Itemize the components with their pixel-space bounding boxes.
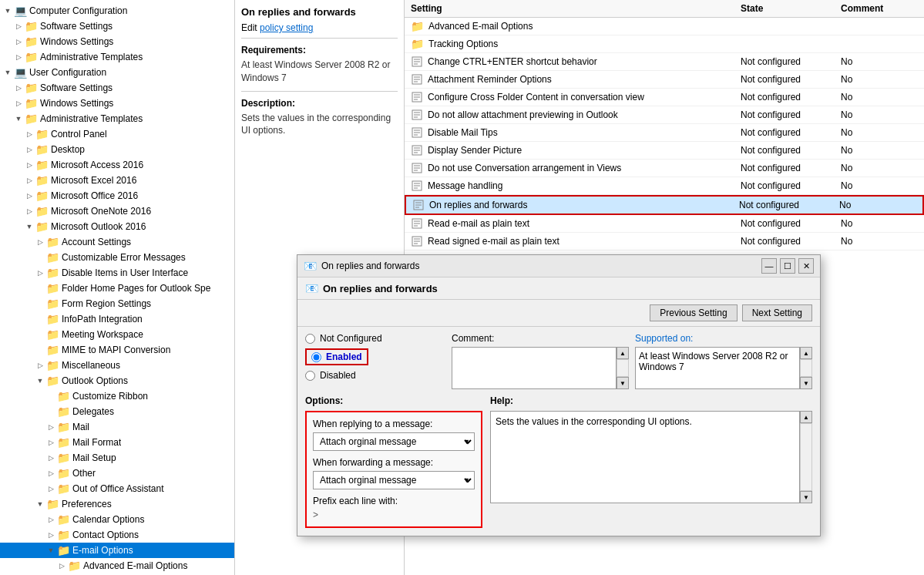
dialog-close-button[interactable]: ✕	[798, 258, 814, 274]
tree-item-mime-mapi[interactable]: 📁MIME to MAPI Conversion	[0, 342, 234, 358]
when-replying-select[interactable]: Attach orginal message	[313, 432, 475, 451]
tree-item-disable-items[interactable]: ▷📁Disable Items in User Interface	[0, 265, 234, 281]
tree-item-uc-software[interactable]: ▷📁Software Settings	[0, 80, 234, 96]
tree-item-infopath[interactable]: 📁InfoPath Integration	[0, 311, 234, 327]
dialog-minimize-button[interactable]: —	[761, 258, 777, 274]
tree-toggle-mail-setup[interactable]: ▷	[46, 453, 55, 462]
tree-toggle-email-options[interactable]: ▼	[46, 546, 55, 555]
help-scrollbar[interactable]: ▲ ▼	[800, 411, 812, 503]
settings-item-advanced-email-opts[interactable]: 📁Advanced E-mail Options	[405, 18, 924, 35]
tree-item-delegates[interactable]: 📁Delegates	[0, 404, 234, 419]
tree-toggle-mail[interactable]: ▷	[46, 422, 55, 432]
tree-toggle-account-settings[interactable]: ▷	[35, 237, 45, 247]
tree-item-ms-outlook[interactable]: ▼📁Microsoft Outlook 2016	[0, 219, 234, 234]
tree-toggle-disable-items[interactable]: ▷	[35, 268, 45, 277]
dialog-maximize-button[interactable]: ☐	[780, 258, 795, 274]
radio-disabled-input[interactable]	[305, 371, 315, 381]
help-scroll-up[interactable]: ▲	[800, 411, 812, 423]
tree-toggle-control-panel[interactable]: ▷	[25, 129, 34, 139]
settings-item-message-handling[interactable]: Message handlingNot configuredNo	[405, 177, 924, 195]
tree-toggle-cc-admin[interactable]: ▷	[14, 52, 23, 62]
tree-toggle-delegates[interactable]	[46, 407, 55, 416]
tree-toggle-ms-onenote[interactable]: ▷	[25, 207, 34, 216]
tree-toggle-cc-software[interactable]: ▷	[14, 22, 23, 31]
tree-item-ms-access[interactable]: ▷📁Microsoft Access 2016	[0, 157, 234, 173]
tree-toggle-mail-format[interactable]: ▷	[46, 438, 55, 447]
tree-toggle-uc-windows[interactable]: ▷	[14, 99, 23, 108]
tree-item-other[interactable]: ▷📁Other	[0, 466, 234, 481]
radio-disabled[interactable]: Disabled	[305, 370, 444, 381]
comment-scroll-down[interactable]: ▼	[617, 377, 629, 389]
supported-scroll-up[interactable]: ▲	[800, 347, 812, 359]
tree-item-preferences[interactable]: ▼📁Preferences	[0, 496, 234, 512]
tree-item-desktop[interactable]: ▷📁Desktop	[0, 142, 234, 157]
settings-item-on-replies-forwards[interactable]: On replies and forwardsNot configuredNo	[405, 195, 924, 215]
tree-item-folder-home[interactable]: 📁Folder Home Pages for Outlook Spe	[0, 281, 234, 296]
tree-toggle-out-of-office[interactable]: ▷	[46, 484, 55, 493]
tree-toggle-infopath[interactable]	[35, 314, 45, 324]
tree-item-control-panel[interactable]: ▷📁Control Panel	[0, 126, 234, 142]
tree-toggle-user-config[interactable]: ▼	[3, 68, 12, 77]
settings-item-read-plain-text[interactable]: Read e-mail as plain textNot configuredN…	[405, 215, 924, 233]
tree-item-cc-admin[interactable]: ▷📁Administrative Templates	[0, 49, 234, 65]
tree-item-customizable-errors[interactable]: 📁Customizable Error Messages	[0, 250, 234, 265]
tree-item-outlook-options[interactable]: ▼📁Outlook Options	[0, 373, 234, 388]
tree-item-customize-ribbon[interactable]: 📁Customize Ribbon	[0, 388, 234, 404]
tree-item-ms-excel[interactable]: ▷📁Microsoft Excel 2016	[0, 173, 234, 188]
previous-setting-button[interactable]: Previous Setting	[650, 304, 737, 321]
tree-item-calendar-options[interactable]: ▷📁Calendar Options	[0, 512, 234, 527]
comment-scroll-up[interactable]: ▲	[617, 347, 629, 359]
when-replying-select-wrapper[interactable]: Attach orginal message	[313, 432, 475, 451]
tree-item-mail[interactable]: ▷📁Mail	[0, 419, 234, 435]
supported-scroll-down[interactable]: ▼	[800, 377, 812, 389]
tree-toggle-outlook-options[interactable]: ▼	[35, 376, 45, 385]
tree-item-ms-office[interactable]: ▷📁Microsoft Office 2016	[0, 188, 234, 203]
tree-toggle-customizable-errors[interactable]	[35, 253, 45, 262]
tree-item-out-of-office[interactable]: ▷📁Out of Office Assistant	[0, 481, 234, 496]
settings-item-attachment-reminder[interactable]: Attachment Reminder OptionsNot configure…	[405, 71, 924, 89]
policy-setting-link[interactable]: policy setting	[260, 22, 313, 33]
tree-toggle-other[interactable]: ▷	[46, 469, 55, 478]
tree-item-advanced-email[interactable]: ▷📁Advanced E-mail Options	[0, 558, 234, 573]
tree-item-mail-setup[interactable]: ▷📁Mail Setup	[0, 450, 234, 466]
settings-item-display-sender-pic[interactable]: Display Sender PictureNot configuredNo	[405, 142, 924, 160]
radio-not-configured-input[interactable]	[305, 334, 315, 344]
tree-item-account-settings[interactable]: ▷📁Account Settings	[0, 234, 234, 250]
tree-item-meeting-workspace[interactable]: 📁Meeting Workspace	[0, 327, 234, 342]
tree-toggle-cc-windows[interactable]: ▷	[14, 37, 23, 46]
tree-toggle-customize-ribbon[interactable]	[46, 392, 55, 401]
tree-toggle-ms-excel[interactable]: ▷	[25, 176, 34, 185]
tree-toggle-form-region[interactable]	[35, 299, 45, 308]
tree-toggle-meeting-workspace[interactable]	[35, 330, 45, 339]
supported-scrollbar[interactable]: ▲ ▼	[800, 347, 812, 389]
tree-item-miscellaneous[interactable]: ▷📁Miscellaneous	[0, 358, 234, 373]
tree-toggle-calendar-options[interactable]: ▷	[46, 515, 55, 524]
tree-item-contact-options[interactable]: ▷📁Contact Options	[0, 527, 234, 543]
tree-item-email-options[interactable]: ▼📁E-mail Options	[0, 543, 234, 558]
radio-not-configured[interactable]: Not Configured	[305, 333, 444, 344]
tree-item-cc-windows[interactable]: ▷📁Windows Settings	[0, 34, 234, 49]
tree-item-cc-software[interactable]: ▷📁Software Settings	[0, 18, 234, 34]
tree-toggle-uc-software[interactable]: ▷	[14, 83, 23, 92]
tree-item-mail-format[interactable]: ▷📁Mail Format	[0, 435, 234, 450]
tree-item-ms-onenote[interactable]: ▷📁Microsoft OneNote 2016	[0, 203, 234, 219]
comment-textarea[interactable]	[452, 347, 617, 389]
settings-item-change-ctrl-enter[interactable]: Change CTRL+ENTER shortcut behaviorNot c…	[405, 53, 924, 71]
settings-item-read-signed-plain[interactable]: Read signed e-mail as plain textNot conf…	[405, 233, 924, 251]
settings-item-tracking-opts[interactable]: 📁Tracking Options	[405, 35, 924, 53]
tree-toggle-miscellaneous[interactable]: ▷	[35, 361, 45, 370]
tree-toggle-desktop[interactable]: ▷	[25, 145, 34, 154]
comment-scrollbar[interactable]: ▲ ▼	[617, 347, 629, 389]
help-scroll-down[interactable]: ▼	[800, 491, 812, 503]
tree-item-user-config[interactable]: ▼💻User Configuration	[0, 65, 234, 80]
tree-toggle-ms-access[interactable]: ▷	[25, 160, 34, 170]
when-forwarding-select-wrapper[interactable]: Attach orginal message	[313, 471, 475, 489]
tree-toggle-contact-options[interactable]: ▷	[46, 530, 55, 540]
settings-item-cross-folder[interactable]: Configure Cross Folder Content in conver…	[405, 89, 924, 106]
settings-item-no-attachment-preview[interactable]: Do not allow attachment previewing in Ou…	[405, 106, 924, 124]
tree-toggle-ms-office[interactable]: ▷	[25, 191, 34, 200]
tree-toggle-ms-outlook[interactable]: ▼	[25, 222, 34, 231]
tree-toggle-preferences[interactable]: ▼	[35, 499, 45, 509]
settings-item-no-conversation[interactable]: Do not use Conversation arrangement in V…	[405, 160, 924, 177]
tree-toggle-uc-admin[interactable]: ▼	[14, 114, 23, 123]
